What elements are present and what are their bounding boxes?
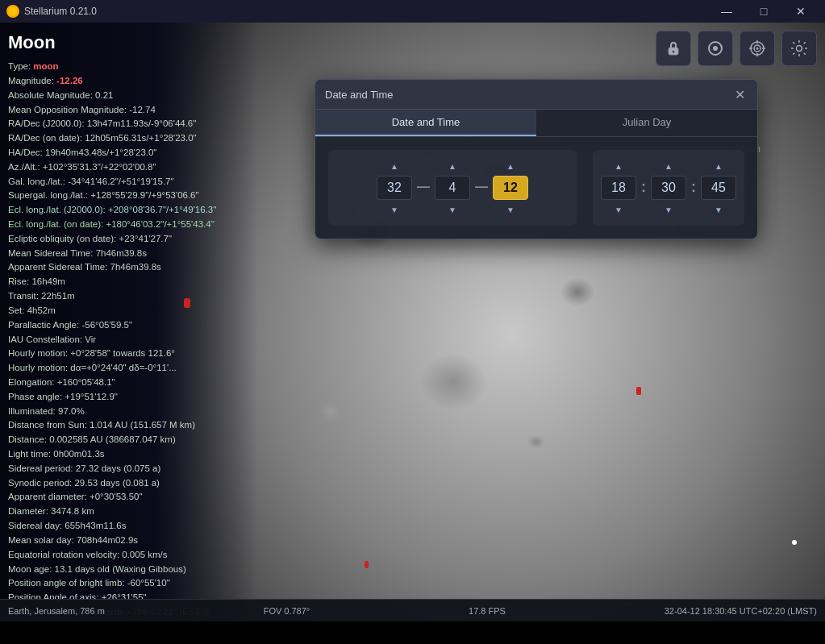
dialog-title: Date and Time	[325, 89, 394, 101]
ecl-long-date: Ecl. long./lat. (on date): +180°46'03.2"…	[8, 218, 290, 232]
year-value[interactable]: 12	[493, 176, 528, 200]
dialog-header: Date and Time ✕	[315, 80, 757, 110]
tab-julian[interactable]: Julian Day	[536, 110, 757, 136]
circle-button[interactable]	[698, 31, 733, 66]
info-panel: Moon Type: moon Magnitude: -12.26 Absolu…	[0, 23, 298, 621]
month-value[interactable]: 4	[435, 176, 470, 200]
ra-dec-j2000: RA/Dec (J2000.0): 13h47m11.93s/-9°06'44.…	[8, 117, 290, 131]
date-section: ▲ 32 ▼ — ▲ 4 ▼ — ▲ 12 ▼	[328, 150, 577, 226]
time-sep1: :	[641, 179, 646, 196]
elongation: Elongation: +160°05'48.1"	[8, 376, 290, 390]
set: Set: 4h52m	[8, 304, 290, 318]
minutes-down-button[interactable]: ▼	[654, 203, 683, 216]
close-button[interactable]: ✕	[783, 0, 819, 23]
ecl-long-j2000: Ecl. long./lat. (J2000.0): +208°08'36.7"…	[8, 203, 290, 218]
supergal: Supergal. long./lat.: +128°55'29.9"/+9°5…	[8, 189, 290, 203]
type-label: Type:	[8, 61, 31, 71]
svg-point-11	[797, 46, 802, 52]
minutes-value[interactable]: 30	[651, 176, 686, 200]
abs-magnitude: Absolute Magnitude: 0.21	[8, 89, 290, 103]
gal-long: Gal. long./lat.: -34°41'46.2"/+51°19'15.…	[8, 175, 290, 189]
hours-spinner: ▲ 18 ▼	[601, 160, 636, 216]
date-sep2: —	[475, 180, 488, 194]
app-sidereal: Apparent Sidereal Time: 7h46m39.8s	[8, 260, 290, 275]
titlebar: Stellarium 0.21.0 — □ ✕	[0, 0, 825, 23]
statusbar: Earth, Jerusalem, 786 m FOV 0.787° 17.8 …	[0, 599, 825, 621]
status-fov: FOV 0.787°	[264, 606, 310, 616]
time-sep2: :	[691, 179, 696, 196]
illuminated: Illuminated: 97.0%	[8, 405, 290, 419]
month-down-button[interactable]: ▼	[438, 203, 467, 216]
month-up-button[interactable]: ▲	[438, 160, 467, 172]
ha-dec: HA/Dec: 19h40m43.48s/+1°28'23.0"	[8, 146, 290, 160]
day-down-button[interactable]: ▼	[380, 203, 409, 216]
dialog-content: ▲ 32 ▼ — ▲ 4 ▼ — ▲ 12 ▼	[315, 137, 757, 239]
app-icon	[6, 5, 19, 18]
date-sep1: —	[417, 180, 430, 194]
minutes-spinner: ▲ 30 ▼	[651, 160, 686, 216]
day-up-button[interactable]: ▲	[380, 160, 409, 172]
sidereal-day: Sidereal day: 655h43m11.6s	[8, 519, 290, 534]
lock-icon	[665, 40, 681, 56]
light-time: Light time: 0h00m01.3s	[8, 447, 290, 462]
svg-point-6	[756, 48, 759, 50]
equatorial-vel: Equatorial rotation velocity: 0.005 km/s	[8, 548, 290, 563]
main-content: Moon Moon Type: moon Magnitude: -12.26 A…	[0, 23, 825, 621]
app-diam: Apparent diameter: +0°30'53.50"	[8, 490, 290, 505]
status-location: Earth, Jerusalem, 786 m	[8, 606, 105, 616]
transit: Transit: 22h51m	[8, 289, 290, 304]
minutes-up-button[interactable]: ▲	[654, 160, 683, 172]
year-down-button[interactable]: ▼	[496, 203, 525, 216]
rise: Rise: 16h49m	[8, 275, 290, 289]
svg-point-3	[713, 46, 718, 51]
mean-sidereal: Mean Sidereal Time: 7h46m39.8s	[8, 247, 290, 261]
object-title: Moon	[8, 29, 290, 56]
mean-solar: Mean solar day: 708h44m02.9s	[8, 534, 290, 548]
titlebar-controls: — □ ✕	[709, 0, 819, 23]
day-spinner: ▲ 32 ▼	[377, 160, 412, 216]
dist: Distance: 0.002585 AU (386687.047 km)	[8, 433, 290, 447]
ecl-obliq: Ecliptic obliquity (on date): +23°41'27.…	[8, 232, 290, 247]
hourly2: Hourly motion: dα=+0°24'40" dδ=-0°11'...	[8, 361, 290, 376]
tab-datetime[interactable]: Date and Time	[315, 110, 536, 136]
pos-bright: Position angle of bright limb: -60°55'10…	[8, 576, 290, 591]
target-button[interactable]	[740, 31, 775, 66]
settings-button[interactable]	[781, 31, 817, 66]
seconds-value[interactable]: 45	[701, 176, 736, 200]
status-fps: 17.8 FPS	[469, 606, 506, 616]
seconds-up-button[interactable]: ▲	[704, 160, 733, 172]
magnitude-label: Magnitude:	[8, 76, 54, 85]
hours-up-button[interactable]: ▲	[604, 160, 633, 172]
white-dot	[792, 540, 797, 545]
iau: IAU Constellation: Vir	[8, 333, 290, 347]
synodic: Synodic period: 29.53 days (0.081 a)	[8, 476, 290, 491]
sidereal-period: Sidereal period: 27.32 days (0.075 a)	[8, 462, 290, 476]
app-title: Stellarium 0.21.0	[24, 6, 97, 17]
moon-age: Moon age: 13.1 days old (Waxing Gibbous)	[8, 563, 290, 577]
hourly1: Hourly motion: +0°28'58" towards 121.6°	[8, 347, 290, 361]
type-val: moon	[33, 61, 58, 71]
parallactic: Parallactic Angle: -56°05'59.5"	[8, 318, 290, 333]
hours-down-button[interactable]: ▼	[604, 203, 633, 216]
seconds-down-button[interactable]: ▼	[704, 203, 733, 216]
target-icon	[748, 39, 766, 57]
day-value[interactable]: 32	[377, 176, 412, 200]
year-spinner: ▲ 12 ▼	[493, 160, 528, 216]
red-dot-2	[636, 387, 641, 395]
dialog-tabs: Date and Time Julian Day	[315, 110, 757, 137]
datetime-dialog: Date and Time ✕ Date and Time Julian Day…	[315, 79, 758, 239]
month-spinner: ▲ 4 ▼	[435, 160, 470, 216]
maximize-button[interactable]: □	[746, 0, 781, 23]
titlebar-left: Stellarium 0.21.0	[6, 5, 97, 18]
lock-button[interactable]	[656, 31, 691, 66]
ra-dec-date: RA/Dec (on date): 12h05m56.31s/+1°28'23.…	[8, 131, 290, 146]
year-up-button[interactable]: ▲	[496, 160, 525, 172]
minimize-button[interactable]: —	[709, 0, 744, 23]
hours-value[interactable]: 18	[601, 176, 636, 200]
phase-angle: Phase angle: +19°51'12.9"	[8, 390, 290, 405]
mean-opp: Mean Opposition Magnitude: -12.74	[8, 103, 290, 118]
red-dot-3	[365, 561, 369, 568]
dialog-close-button[interactable]: ✕	[731, 86, 748, 102]
diameter: Diameter: 3474.8 km	[8, 505, 290, 519]
julian-section: ▲ 18 ▼ : ▲ 30 ▼ : ▲ 45 ▼	[593, 150, 744, 226]
